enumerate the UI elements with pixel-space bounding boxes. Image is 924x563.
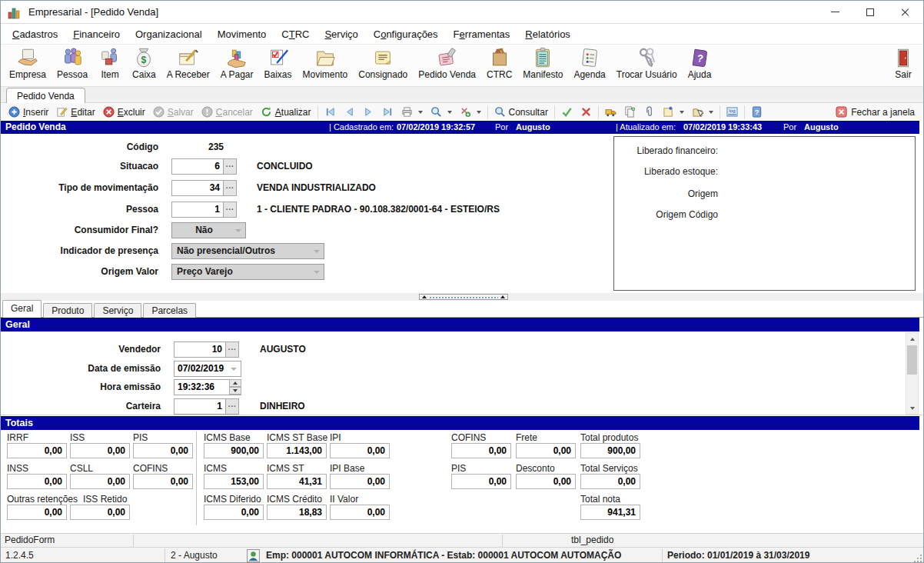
entrega-button[interactable] [601,105,620,120]
ajuda-contexto-button[interactable]: ? [747,105,766,120]
indicador-presenca-select[interactable]: Não presencial/Outros [171,243,324,259]
total-produtos-input[interactable]: 900,00 [580,443,640,458]
tipo-movimentacao-input[interactable]: 34 [171,180,224,196]
toolbar-pedido-venda-button[interactable]: Pedido Venda [413,46,481,81]
pessoa-lookup-button[interactable]: ··· [223,202,237,218]
tipo-movimentacao-lookup-button[interactable]: ··· [223,180,237,196]
situacao-lookup-button[interactable]: ··· [223,158,237,175]
selecionar-button[interactable] [688,105,717,120]
data-emissao-input[interactable]: 07/02/2019 [174,361,241,377]
confirmar-button[interactable] [557,105,577,120]
menu-ferramentas[interactable]: Ferramentas [446,25,518,43]
ipi-base-input[interactable]: 0,00 [330,474,390,489]
menu-movimento[interactable]: Movimento [210,25,274,43]
frete-input[interactable]: 0,00 [516,443,576,458]
minimize-button[interactable] [817,1,853,23]
splitter-grip[interactable] [419,294,508,300]
geral-scrollbar[interactable] [906,332,919,415]
carteira-lookup-button[interactable]: ··· [225,398,239,415]
carteira-input[interactable]: 1 [174,398,226,415]
cancelar-button[interactable]: Cancelar [198,105,257,120]
toolbar-consignado-button[interactable]: Consignado [353,46,413,81]
resize-grip[interactable] [912,553,922,562]
menu-financeiro[interactable]: Financeiro [65,25,128,43]
toolbar-agenda-button[interactable]: Agenda [568,46,610,81]
document-tab-pedido-venda[interactable]: Pedido Venda [6,88,85,104]
spin-down-button[interactable] [229,387,241,395]
maximize-button[interactable] [853,1,888,23]
toolbar-pessoa-button[interactable]: Pessoa [52,46,93,81]
toolbar-a-receber-button[interactable]: A Receber [161,46,215,81]
descartar-button[interactable] [577,105,596,120]
toolbar-empresa-button[interactable]: Empresa [4,46,52,81]
anotacao-dropdown-caret[interactable] [680,111,684,114]
outras-retencoes-input[interactable]: 0,00 [7,505,67,520]
toolbar-trocar-usuario-button[interactable]: Trocar Usuário [611,46,683,81]
icms-st-input[interactable]: 41,31 [267,474,327,489]
total-nota-input[interactable]: 941,31 [580,505,640,520]
toolbar-movimento-button[interactable]: Movimento [297,46,354,81]
toolbar-caixa-button[interactable]: $ Caixa [127,46,161,81]
pis-imposto-input[interactable]: 0,00 [451,474,511,489]
anotacao-button[interactable] [659,105,688,120]
visualizar-button[interactable] [427,105,456,120]
vendedor-input[interactable]: 10 [174,341,226,358]
pis-input[interactable]: 0,00 [133,443,193,458]
consultar-button[interactable]: Consultar [490,105,552,120]
anexo-button[interactable] [640,105,659,120]
csll-input[interactable]: 0,00 [70,474,130,489]
scroll-down-button[interactable] [906,402,918,414]
nav-first-button[interactable] [321,105,340,120]
toolbar-item-button[interactable]: Item [93,46,127,81]
toolbar-manifesto-button[interactable]: Manifesto [517,46,568,81]
fechar-janela-button[interactable]: Fechar a janela [831,106,919,118]
copiar-button[interactable] [620,105,640,120]
inserir-button[interactable]: Inserir [5,105,52,120]
toolbar-a-pagar-button[interactable]: A Pagar [215,46,259,81]
ipi-input[interactable]: 0,00 [330,443,390,458]
icms-diferido-input[interactable]: 0,00 [204,505,264,520]
salvar-button[interactable]: Salvar [149,105,198,120]
total-servicos-input[interactable]: 0,00 [580,474,640,489]
imprimir-dropdown-caret[interactable] [418,111,423,114]
tab-produto[interactable]: Produto [43,303,92,318]
tab-geral[interactable]: Geral [2,300,42,318]
icms-st-base-input[interactable]: 1.143,00 [267,443,327,458]
scroll-thumb[interactable] [907,345,917,375]
ii-valor-input[interactable]: 0,00 [330,505,390,520]
pessoa-input[interactable]: 1 [171,202,224,218]
exportar-button[interactable] [456,105,485,120]
menu-organizacional[interactable]: Organizacional [128,25,210,43]
icms-base-input[interactable]: 900,00 [204,443,264,458]
iss-retido-input[interactable]: 0,00 [70,505,130,520]
menu-relatorios[interactable]: Relatórios [517,25,578,43]
toolbar-ctrc-button[interactable]: CTRC [481,46,517,81]
spin-up-button[interactable] [229,379,241,387]
toolbar-ajuda-button[interactable]: ? Ajuda [683,46,717,81]
nav-prev-button[interactable] [340,105,359,120]
iss-input[interactable]: 0,00 [70,443,130,458]
vendedor-lookup-button[interactable]: ··· [225,341,239,358]
origem-valor-select[interactable]: Preço Varejo [171,264,324,280]
toolbar-sair-button[interactable]: Sair [886,46,920,81]
atualizar-button[interactable]: Atualizar [257,105,315,120]
menu-servico[interactable]: Serviço [317,25,365,43]
scroll-up-button[interactable] [906,333,918,345]
excluir-button[interactable]: Excluir [99,105,149,120]
desconto-input[interactable]: 0,00 [516,474,576,489]
inss-input[interactable]: 0,00 [7,474,67,489]
cofins-retencao-input[interactable]: 0,00 [133,474,193,489]
menu-cadastros[interactable]: Cadastros [5,25,65,43]
situacao-input[interactable]: 6 [171,158,224,175]
editar-button[interactable]: Editar [52,105,98,120]
icms-input[interactable]: 153,00 [204,474,264,489]
imprimir-button[interactable] [397,105,427,120]
tab-servico[interactable]: Serviço [94,303,141,318]
close-button[interactable] [888,1,923,23]
visualizar-dropdown-caret[interactable] [447,111,452,114]
tab-parcelas[interactable]: Parcelas [143,303,196,318]
menu-ctrc[interactable]: CTRC [274,25,317,43]
consumidor-final-select[interactable]: Não [171,222,246,238]
nav-last-button[interactable] [378,105,397,120]
toolbar-baixas-button[interactable]: Baixas [259,46,297,81]
